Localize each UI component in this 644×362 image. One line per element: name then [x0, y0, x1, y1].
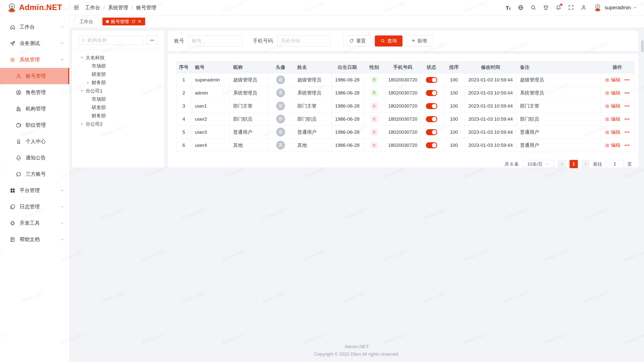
sidebar-item-7[interactable]: 个人中心: [0, 133, 69, 150]
edit-button[interactable]: 编辑: [605, 116, 621, 122]
edit-button[interactable]: 编辑: [605, 103, 621, 109]
language-icon[interactable]: [518, 5, 524, 11]
edit-button[interactable]: 编辑: [605, 90, 621, 96]
search-icon[interactable]: [530, 5, 536, 11]
phone-field[interactable]: [277, 35, 331, 47]
logo[interactable]: Admin.NET: [0, 0, 69, 15]
org-search-box[interactable]: [78, 36, 143, 45]
tree-node-3[interactable]: 财务部: [78, 78, 158, 87]
close-tab-icon[interactable]: ✕: [138, 19, 141, 24]
row-more-button[interactable]: •••: [625, 90, 630, 96]
scrollbar-thumb[interactable]: [641, 40, 643, 52]
tree-node-label: 市场部: [92, 96, 106, 103]
org-search-input[interactable]: [88, 37, 141, 43]
breadcrumb-system-management[interactable]: 系统管理: [108, 4, 128, 11]
cell-modified: 2023-01-03 10:59:44: [465, 126, 516, 139]
cell-avatar: 部: [268, 113, 294, 126]
reset-button[interactable]: 重置: [344, 35, 371, 47]
row-more-button[interactable]: •••: [625, 117, 630, 122]
user-menu[interactable]: superadmin: [593, 3, 637, 12]
tree-more-button[interactable]: •••: [146, 36, 158, 45]
topbar-actions: TT: [505, 3, 637, 12]
row-more-button[interactable]: •••: [625, 104, 630, 109]
caret-down-icon[interactable]: [80, 88, 86, 93]
theme-icon[interactable]: [543, 5, 549, 11]
edit-icon: [605, 104, 610, 108]
next-page-button[interactable]: [581, 160, 590, 168]
sidebar-item-6[interactable]: 职位管理: [0, 117, 69, 133]
column-header-3: 头像: [268, 62, 294, 73]
status-toggle[interactable]: [426, 129, 437, 135]
tree-node-2[interactable]: 研发部: [78, 70, 158, 78]
tree-node-0[interactable]: 大名科技: [78, 54, 158, 62]
status-toggle[interactable]: [426, 142, 437, 148]
plus-icon: +: [412, 37, 415, 43]
profile-icon[interactable]: [581, 5, 587, 11]
phone-input[interactable]: [281, 38, 327, 44]
collapse-menu-icon[interactable]: [73, 5, 79, 11]
sidebar-item-9[interactable]: 三方账号: [0, 166, 69, 182]
edit-button[interactable]: 编辑: [605, 142, 621, 149]
cell-operations: 编辑•••: [600, 100, 634, 113]
caret-right-icon[interactable]: [80, 123, 86, 126]
tree-node-4[interactable]: 分公司1: [78, 87, 158, 95]
status-toggle[interactable]: [426, 90, 437, 96]
tree-node-5[interactable]: 市场部: [78, 95, 158, 103]
refresh-tab-icon[interactable]: [131, 19, 136, 24]
caret-down-icon[interactable]: [80, 55, 86, 60]
breadcrumb-workbench[interactable]: 工作台: [85, 4, 100, 11]
sidebar-item-5[interactable]: 机构管理: [0, 101, 69, 117]
sidebar-item-label: 三方账号: [26, 171, 64, 177]
tree-node-7[interactable]: 财务部: [78, 112, 158, 120]
breadcrumb: 工作台 / 系统管理 / 账号管理: [85, 4, 156, 11]
tree-node-6[interactable]: 研发部: [78, 103, 158, 112]
row-more-button[interactable]: •••: [625, 77, 630, 82]
table-row: 5user3普通用户普普通用户1986-06-28女18020030720100…: [177, 126, 634, 139]
row-more-button[interactable]: •••: [625, 130, 630, 135]
sidebar-item-11[interactable]: 日志管理: [0, 199, 69, 215]
sidebar-item-10[interactable]: 平台管理: [0, 182, 69, 199]
sidebar-item-8[interactable]: 通知公告: [0, 150, 69, 166]
row-more-button[interactable]: •••: [625, 143, 630, 148]
prev-page-button[interactable]: [558, 160, 566, 168]
chevron-left-icon: [560, 162, 564, 166]
sidebar-item-13[interactable]: 帮助文档: [0, 231, 69, 248]
page-number-button[interactable]: 1: [570, 160, 578, 168]
cell-status: [420, 100, 443, 113]
caret-right-icon[interactable]: [87, 81, 92, 84]
sidebar-item-3[interactable]: 账号管理: [0, 68, 69, 84]
query-button[interactable]: 查询: [375, 35, 403, 47]
chevron-down-icon: [60, 189, 64, 192]
divider: [72, 50, 165, 50]
status-toggle[interactable]: [426, 116, 437, 122]
sidebar-item-12[interactable]: 开发工具: [0, 215, 69, 231]
status-toggle[interactable]: [426, 103, 437, 109]
cell-phone: 18020030720: [386, 113, 420, 126]
sidebar-item-4[interactable]: 角色管理: [0, 84, 69, 101]
table-row: 4user2部门职员部部门职员1986-06-28女18020030720100…: [177, 113, 634, 126]
status-toggle[interactable]: [426, 77, 437, 83]
sidebar-item-2[interactable]: 系统管理: [0, 52, 69, 68]
chevron-right-icon: [584, 162, 588, 166]
account-field[interactable]: [188, 35, 242, 47]
breadcrumb-account-management[interactable]: 账号管理: [136, 4, 156, 11]
edit-button[interactable]: 编辑: [605, 77, 621, 83]
tree-node-8[interactable]: 分公司2: [78, 120, 158, 128]
tab-account-management[interactable]: 账号管理 ✕: [102, 18, 145, 25]
account-input[interactable]: [192, 38, 238, 44]
notification-icon[interactable]: [555, 5, 561, 11]
fullscreen-icon[interactable]: [568, 5, 574, 11]
user-avatar: [593, 3, 602, 12]
font-size-icon[interactable]: TT: [505, 5, 511, 11]
sidebar-item-0[interactable]: 工作台: [0, 19, 69, 35]
cell-modified: 2023-01-03 10:59:44: [465, 139, 516, 152]
page-size-select[interactable]: 10条/页: [522, 160, 554, 168]
gender-badge: 女: [371, 103, 378, 109]
add-button[interactable]: + 新增: [406, 35, 432, 47]
tab-workbench[interactable]: 工作台: [74, 18, 99, 25]
edit-button[interactable]: 编辑: [605, 129, 621, 135]
sidebar-item-1[interactable]: 业务测试: [0, 35, 69, 52]
goto-page-input[interactable]: [606, 160, 624, 168]
tree-node-1[interactable]: 市场部: [78, 62, 158, 70]
column-header-4: 姓名: [294, 62, 332, 73]
